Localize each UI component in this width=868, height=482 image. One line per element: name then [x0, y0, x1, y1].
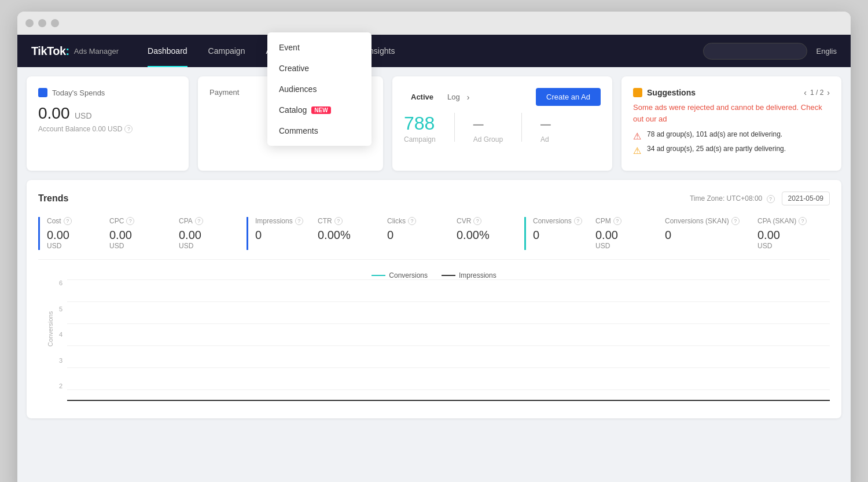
brand-subtitle: Ads Manager: [74, 47, 119, 56]
metric-cpa-skan-value: 0.00: [757, 229, 827, 242]
spends-amount-row: 0.00 USD: [38, 104, 177, 123]
app-window: TikTok: Ads Manager Dashboard Campaign A…: [17, 12, 851, 482]
metric-cost-unit: USD: [47, 242, 98, 250]
minimize-btn[interactable]: [38, 19, 46, 27]
search-input[interactable]: [703, 43, 807, 60]
metric-clicks-label: Clicks ?: [387, 217, 446, 225]
titlebar: [17, 12, 851, 35]
metric-cpa-unit: USD: [179, 242, 237, 250]
stat-ad-value: –: [540, 113, 551, 134]
metric-impressions-info[interactable]: ?: [295, 217, 303, 225]
nav-dashboard[interactable]: Dashboard: [137, 35, 198, 67]
stat-divider-1: [454, 113, 455, 142]
error-icon: ⚠: [633, 131, 642, 140]
metric-cpa-label: CPA ?: [179, 217, 237, 225]
brand-logo: TikTok:: [31, 45, 69, 58]
metric-conversions-skan-label: Conversions (SKAN) ?: [665, 217, 746, 225]
metric-ctr-value: 0.00%: [318, 229, 376, 242]
metric-cvr-info[interactable]: ?: [473, 217, 481, 225]
metric-ctr-label: CTR ?: [318, 217, 376, 225]
stat-campaign: 788 Campaign: [404, 113, 436, 144]
metric-clicks-info[interactable]: ?: [408, 217, 416, 225]
stat-ad-label: Ad: [540, 135, 551, 144]
chart-y-title: Conversions: [47, 311, 54, 347]
suggestions-header: Suggestions ‹ 1 / 2 ›: [633, 88, 830, 97]
metric-cpm-value: 0.00: [595, 229, 654, 242]
pagination: ‹ 1 / 2 ›: [804, 88, 830, 97]
y-label-3: 3: [59, 357, 67, 364]
tab-log[interactable]: Log: [440, 90, 467, 104]
campaign-tabs: Active Log ›: [404, 90, 469, 104]
language-selector[interactable]: Englis: [816, 47, 837, 56]
metric-cpa-skan-unit: USD: [757, 242, 827, 250]
suggestions-icon: [633, 88, 642, 97]
metric-cost-info[interactable]: ?: [64, 217, 72, 225]
metric-clicks-value: 0: [387, 229, 446, 242]
date-picker[interactable]: 2021-05-09: [782, 192, 830, 205]
metric-cpa-skan-info[interactable]: ?: [799, 217, 807, 225]
dropdown-catalog-label: Catalog: [279, 105, 307, 115]
dropdown-audiences[interactable]: Audiences: [267, 79, 372, 100]
metric-cpa-value: 0.00: [179, 229, 237, 242]
maximize-btn[interactable]: [51, 19, 59, 27]
metric-cpm-info[interactable]: ?: [613, 217, 621, 225]
close-btn[interactable]: [25, 19, 34, 27]
trends-title: Trends: [38, 193, 68, 204]
stat-campaign-value: 788: [404, 113, 436, 134]
assets-dropdown: Event Creative Audiences Catalog NEW Com…: [267, 32, 372, 146]
dropdown-event-label: Event: [279, 43, 300, 52]
metric-cpc-label: CPC ?: [109, 217, 168, 225]
metric-cpc-info[interactable]: ?: [126, 217, 134, 225]
metric-cpa-skan-label: CPA (SKAN) ?: [757, 217, 827, 225]
suggestion-alert-text: Some ads were rejected and cannot be del…: [633, 102, 830, 124]
nav-campaign[interactable]: Campaign: [198, 35, 256, 67]
dropdown-comments[interactable]: Comments: [267, 120, 372, 141]
brand: TikTok: Ads Manager: [31, 45, 119, 58]
spends-currency: USD: [75, 111, 92, 120]
balance-info-icon[interactable]: ?: [124, 125, 133, 133]
legend-conversions: Conversions: [372, 271, 428, 279]
create-ad-button[interactable]: Create an Ad: [536, 88, 601, 106]
metric-conversions-value: 0: [533, 229, 584, 242]
timezone-info-icon[interactable]: ?: [767, 195, 775, 203]
main-content: Today's Spends 0.00 USD Account Balance …: [17, 67, 851, 482]
metric-skan-info[interactable]: ?: [731, 217, 740, 225]
metric-ctr-info[interactable]: ?: [334, 217, 343, 225]
stat-campaign-label: Campaign: [404, 135, 436, 144]
timezone-label: Time Zone: UTC+08:00 ?: [690, 194, 775, 203]
spends-balance: Account Balance 0.00 USD ?: [38, 125, 177, 133]
spends-card: Today's Spends 0.00 USD Account Balance …: [27, 76, 189, 171]
metric-cost-label: Cost ?: [47, 217, 98, 225]
navbar: TikTok: Ads Manager Dashboard Campaign A…: [17, 35, 851, 67]
metric-conversions: Conversions ? 0: [524, 217, 594, 250]
spends-header: Today's Spends: [38, 88, 177, 97]
dropdown-creative[interactable]: Creative: [267, 58, 372, 79]
metric-cpm: CPM ? 0.00 USD: [594, 217, 663, 250]
suggestions-title: Suggestions: [647, 88, 696, 97]
metric-conversions-label: Conversions ?: [533, 217, 584, 225]
legend-conversions-label: Conversions: [389, 271, 428, 279]
y-label-6: 6: [59, 279, 67, 286]
warning-1-text: 78 ad group(s), 101 ad(s) are not delive…: [647, 130, 782, 138]
balance-text: Account Balance 0.00 USD: [38, 125, 122, 133]
campaigns-card: Active Log › Create an Ad 788 Campaign –…: [392, 76, 612, 171]
metric-conversions-skan: Conversions (SKAN) ? 0: [663, 217, 756, 250]
metric-impressions-value: 0: [255, 229, 307, 242]
prev-page-btn[interactable]: ‹: [804, 88, 807, 97]
next-page-btn[interactable]: ›: [827, 88, 830, 97]
dropdown-event[interactable]: Event: [267, 37, 372, 58]
dropdown-catalog[interactable]: Catalog NEW: [267, 100, 372, 120]
metrics-row: Cost ? 0.00 USD CPC ? 0.00 USD C: [38, 217, 830, 260]
metric-conversions-info[interactable]: ?: [574, 217, 582, 225]
tab-active[interactable]: Active: [404, 90, 440, 104]
suggestions-card: Suggestions ‹ 1 / 2 › Some ads were reje…: [621, 76, 841, 171]
spends-title: Today's Spends: [52, 89, 105, 97]
metric-cpa-info[interactable]: ?: [195, 217, 203, 225]
spends-icon: [38, 88, 47, 97]
chart-svg: [67, 279, 830, 407]
stat-divider-2: [521, 113, 522, 142]
metric-cpm-label: CPM ?: [595, 217, 654, 225]
y-label-5: 5: [59, 306, 67, 312]
warning-1: ⚠ 78 ad group(s), 101 ad(s) are not deli…: [633, 130, 830, 140]
metric-cpa-skan: CPA (SKAN) ? 0.00 USD: [756, 217, 830, 250]
